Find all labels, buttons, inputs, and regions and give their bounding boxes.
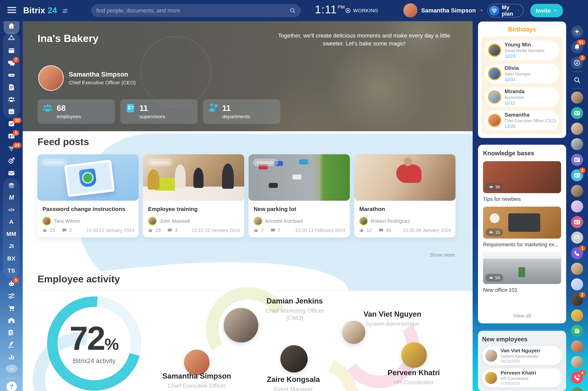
recent-contact-card-icon[interactable] <box>571 216 583 228</box>
recent-contact-card-icon[interactable] <box>571 107 583 119</box>
sidebar-item-crm-funnel[interactable]: 24 <box>8 145 15 152</box>
stat-departments[interactable]: 11 departments <box>203 99 280 124</box>
sidebar-item-shortcut-ts[interactable]: TS <box>0 267 23 274</box>
sidebar-item-shortcut-ji[interactable]: JI <box>0 243 23 249</box>
sidebar-item-sites[interactable] <box>8 47 15 54</box>
comment-icon[interactable] <box>167 228 172 233</box>
recent-avatar[interactable] <box>571 387 583 391</box>
recent-avatar[interactable] <box>571 92 583 104</box>
like-icon[interactable] <box>42 228 47 233</box>
sidebar-item-shortcut-a[interactable]: A <box>0 218 23 225</box>
avatar <box>42 217 51 225</box>
search-icon[interactable] <box>290 7 296 14</box>
birthday-row[interactable]: Young MinSocial Media Specialist10/23 <box>485 40 559 60</box>
comment-icon[interactable] <box>379 228 384 233</box>
sidebar-item-home[interactable] <box>8 22 15 30</box>
recent-phone-icon[interactable]: 4 <box>571 372 583 384</box>
recent-illustration[interactable] <box>571 200 583 212</box>
recent-team-chat[interactable]: 2 <box>571 294 583 306</box>
sidebar-item-esignature[interactable] <box>8 341 15 348</box>
rail-search-button[interactable] <box>571 74 583 86</box>
sidebar-item-monday-app[interactable]: M <box>8 194 15 201</box>
app-logo[interactable]: Bitrix 24 <box>23 5 57 15</box>
sidebar-help-button[interactable]: ? <box>6 382 17 391</box>
sidebar-item-crm-contacts[interactable]: 5 <box>8 132 15 140</box>
recent-chat-icon[interactable] <box>571 231 583 244</box>
recent-illustration[interactable] <box>571 278 583 291</box>
birthday-row[interactable]: SamanthaChief Executive Officer (CEO)12/… <box>485 110 559 130</box>
clock[interactable]: 1:11PM <box>315 3 345 16</box>
avatar[interactable] <box>401 342 427 368</box>
ceo-profile[interactable]: Samantha Simpson Chief Executive Officer… <box>38 65 136 91</box>
new-employee-row[interactable]: Perveen KhatriHR Coordinator07/09/2024 <box>482 369 562 387</box>
sidebar-item-employees[interactable] <box>8 96 15 103</box>
user-menu[interactable]: Samantha Simpson <box>403 3 484 17</box>
avatar <box>488 91 501 104</box>
post-title: New parking lot <box>254 206 345 212</box>
sidebar-item-warehouse[interactable] <box>8 317 15 324</box>
sidebar-item-tasks[interactable]: 32 <box>8 120 15 127</box>
sidebar-item-shortcut-mm[interactable]: MM <box>0 231 23 237</box>
stat-supervisors[interactable]: 11 supervisors <box>120 99 198 124</box>
recent-avatar[interactable] <box>571 185 583 197</box>
recent-avatar[interactable] <box>571 263 583 275</box>
my-plan-button[interactable]: My plan <box>487 4 523 17</box>
search-input[interactable] <box>96 7 290 14</box>
sidebar-item-automation[interactable] <box>8 292 15 300</box>
recent-news-icon[interactable] <box>571 325 583 337</box>
sidebar-item-copilot[interactable]: 5 <box>8 280 15 287</box>
messenger-badge: 7 <box>13 57 19 63</box>
sidebar-more-chevron[interactable] <box>6 365 17 373</box>
sidebar-item-messenger[interactable]: 7 <box>8 59 15 67</box>
sidebar-item-documents[interactable] <box>8 84 15 91</box>
working-status[interactable]: WORKING <box>345 8 378 13</box>
sidebar-item-mail[interactable] <box>8 169 15 177</box>
recent-avatar[interactable] <box>571 341 583 353</box>
like-icon[interactable] <box>359 228 364 233</box>
knowledge-item[interactable]: 39 Tips for newbies <box>483 161 561 202</box>
copilot-sparkle-button[interactable] <box>571 26 583 38</box>
recent-avatar[interactable] <box>571 309 583 321</box>
sidebar-item-smart-documents[interactable] <box>8 329 15 336</box>
sidebar-item-drive[interactable] <box>8 72 15 79</box>
sidebar-item-shortcut-bx[interactable]: BX <box>0 255 23 262</box>
sidebar-item-analytics[interactable] <box>8 353 15 361</box>
birthday-row[interactable]: MirandaAccountant11/11 <box>485 87 559 107</box>
comment-icon[interactable] <box>62 228 67 233</box>
view-all-link[interactable]: View all <box>478 313 566 319</box>
avatar[interactable] <box>184 350 210 375</box>
show-more-link[interactable]: Show more <box>429 252 455 258</box>
sidebar-item-marketing-target[interactable] <box>8 157 15 164</box>
sidebar-item-collab-hub[interactable] <box>8 34 15 42</box>
knowledge-item[interactable]: 54 New office 101 <box>483 252 561 293</box>
user-name: Samantha Simpson <box>421 7 476 14</box>
profile-name: Samantha Simpson <box>69 71 136 78</box>
stat-employees[interactable]: 68 employees <box>37 99 115 124</box>
comment-icon[interactable] <box>270 228 275 233</box>
recent-contact-card-icon[interactable]: 2 <box>571 169 583 181</box>
feed-post-card[interactable]: Important New parking lot Annette Kurzwe… <box>249 154 350 237</box>
feed-post-card[interactable]: Important Password change instructions T… <box>37 154 139 237</box>
hamburger-menu-icon[interactable] <box>7 7 16 14</box>
recent-phone-icon[interactable]: 1 <box>571 247 583 259</box>
like-icon[interactable] <box>148 228 153 233</box>
recent-avatar[interactable] <box>571 356 583 368</box>
feed-post-card[interactable]: Marathon Robert Rodriguez 12 45 15:35 04… <box>354 154 455 237</box>
birthday-row[interactable]: OliviaSales Manager10/31 <box>485 64 559 84</box>
sidebar-item-online-store[interactable] <box>8 304 15 312</box>
like-icon[interactable] <box>254 228 259 233</box>
recent-avatar[interactable] <box>571 123 583 135</box>
avatar[interactable] <box>280 345 308 373</box>
new-employee-row[interactable]: Van Viet NguyenSystem Administrator08/23… <box>482 346 562 365</box>
sidebar-item-developer[interactable]: </> <box>8 206 15 213</box>
messenger-button[interactable]: 3 <box>571 57 583 69</box>
recent-contact-card-icon[interactable] <box>571 154 583 166</box>
feed-post-card[interactable]: Important Employee training John Maxwell… <box>143 154 244 237</box>
invite-button[interactable]: Invite <box>530 4 563 17</box>
sidebar-item-calendar[interactable] <box>8 108 15 115</box>
knowledge-item[interactable]: 15 Requirements for marketing ex... <box>483 207 561 248</box>
notifications-button[interactable]: 51 <box>571 41 583 53</box>
recent-avatar[interactable] <box>571 138 583 150</box>
logo-settings-icon[interactable] <box>62 8 68 14</box>
sidebar-item-inventory[interactable] <box>8 182 15 189</box>
